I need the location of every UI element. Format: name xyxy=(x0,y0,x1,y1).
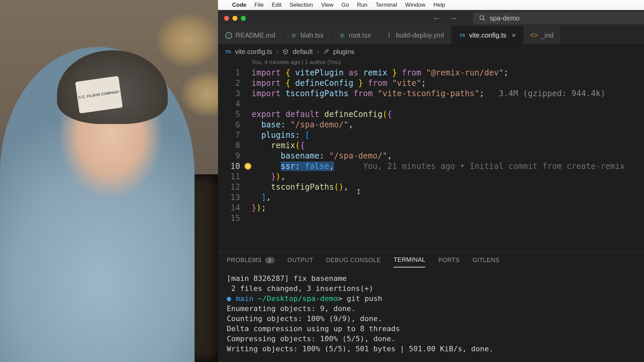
close-window-button[interactable] xyxy=(224,16,229,21)
typescript-icon: TS xyxy=(460,33,465,38)
menubar-app-name[interactable]: Code xyxy=(232,2,247,8)
term-commit: [main 8326287] fix basename xyxy=(227,274,347,283)
problems-badge: 2 xyxy=(265,257,275,263)
nav-back-button[interactable]: ← xyxy=(433,13,441,23)
close-tab-icon[interactable]: × xyxy=(512,32,516,39)
fullscreen-window-button[interactable] xyxy=(241,16,246,21)
chevron-right-icon: › xyxy=(317,48,319,56)
menu-run[interactable]: Run xyxy=(357,2,367,8)
menu-selection[interactable]: Selection xyxy=(289,2,313,8)
module-icon xyxy=(282,49,288,55)
panel-tab-terminal[interactable]: TERMINAL xyxy=(393,256,425,267)
term-out-2: Delta compression using up to 8 threads xyxy=(227,324,400,333)
term-command: git push xyxy=(347,294,382,303)
panel-tab-output[interactable]: OUTPUT xyxy=(287,256,313,267)
exclamation-icon: ! xyxy=(388,31,390,40)
tab-label: vite.config.ts xyxy=(469,32,506,39)
tab-vite-config[interactable]: TS vite.config.ts × xyxy=(451,26,523,45)
react-icon: ⚛ xyxy=(291,32,297,40)
webcam-overlay: C.C. FILSON COMPANY xyxy=(0,0,218,362)
menu-view[interactable]: View xyxy=(321,2,333,8)
tab-label: README.md xyxy=(235,32,275,39)
svg-line-1 xyxy=(483,19,485,21)
lightbulb-icon[interactable] xyxy=(245,163,251,169)
panel-tabbar: PROBLEMS 2 OUTPUT DEBUG CONSOLE TERMINAL… xyxy=(218,252,644,267)
cap-patch: C.C. FILSON COMPANY xyxy=(75,76,123,113)
chevron-right-icon: › xyxy=(276,48,279,56)
traffic-lights xyxy=(224,16,246,21)
nav-forward-button[interactable]: → xyxy=(449,13,458,23)
typescript-icon: TS xyxy=(225,49,231,54)
menu-terminal[interactable]: Terminal xyxy=(376,2,397,8)
tab-build-deploy[interactable]: ! build-deploy.yml xyxy=(378,26,451,45)
panel-tab-debug-console[interactable]: DEBUG CONSOLE xyxy=(326,256,381,267)
gitlens-blame: You, 21 minutes ago • Initial commit fro… xyxy=(363,162,625,171)
menu-edit[interactable]: Edit xyxy=(272,2,281,8)
pkg-vite: vite xyxy=(397,78,417,88)
tab-blah[interactable]: ⚛ blah.tsx xyxy=(283,26,331,45)
search-text: spa-demo xyxy=(490,14,520,22)
panel-tab-label: DEBUG CONSOLE xyxy=(326,257,381,264)
term-path: ~/Desktop/spa-demo xyxy=(258,294,338,303)
basename-value: /spa-demo/ xyxy=(334,151,383,161)
term-out-0: Enumerating objects: 9, done. xyxy=(227,304,356,313)
text-cursor-icon: I xyxy=(357,187,361,194)
panel-tab-label: PORTS xyxy=(438,257,460,264)
breadcrumb-file[interactable]: vite.config.ts xyxy=(235,48,272,56)
react-icon: ⚛ xyxy=(339,32,345,40)
bottom-panel: PROBLEMS 2 OUTPUT DEBUG CONSOLE TERMINAL… xyxy=(218,251,644,362)
breadcrumb-default[interactable]: default xyxy=(292,48,313,56)
term-branch: main xyxy=(236,294,254,303)
term-out-1: Counting objects: 100% (9/9), done. xyxy=(227,314,382,323)
pkg-tsconfig: vite-tsconfig-paths xyxy=(382,89,475,98)
html-icon: <> xyxy=(530,32,538,39)
editor-nav-arrows: ← → xyxy=(433,13,458,23)
code-editor[interactable]: 1import { vitePlugin as remix } from "@r… xyxy=(218,68,644,251)
panel-tab-label: OUTPUT xyxy=(287,257,313,264)
tab-label: build-deploy.yml xyxy=(396,32,444,39)
tab-root[interactable]: ⚛ root.tsx xyxy=(331,26,379,45)
import-size-hint: 3.4M (gzipped: 944.4k) xyxy=(499,89,605,98)
panel-tab-label: TERMINAL xyxy=(393,256,425,263)
breadcrumb[interactable]: TS vite.config.ts › default › plugins xyxy=(218,45,644,58)
panel-tab-label: PROBLEMS xyxy=(227,257,262,264)
terminal[interactable]: [main 8326287] fix basename 2 files chan… xyxy=(218,267,644,362)
panel-tab-label: GITLENS xyxy=(473,257,500,264)
svg-point-0 xyxy=(480,16,484,20)
panel-tab-ports[interactable]: PORTS xyxy=(438,256,460,267)
mac-menubar[interactable]: Code File Edit Selection View Go Run Ter… xyxy=(218,0,644,10)
breadcrumb-plugins[interactable]: plugins xyxy=(333,48,354,56)
ssr-value: false xyxy=(305,162,329,171)
codelens-authors[interactable]: You, 4 minutes ago | 1 author (You) xyxy=(218,58,644,68)
tab-readme[interactable]: i README.md xyxy=(218,26,283,45)
wrench-icon xyxy=(323,49,329,55)
menu-window[interactable]: Window xyxy=(405,2,425,8)
menu-go[interactable]: Go xyxy=(341,2,349,8)
command-center-search[interactable]: spa-demo xyxy=(473,12,644,24)
pkg-remix: @remix-run/dev xyxy=(431,68,499,77)
term-out-3: Compressing objects: 100% (5/5), done. xyxy=(227,335,395,343)
window-titlebar: ← → spa-demo xyxy=(218,10,644,26)
menu-help[interactable]: Help xyxy=(433,2,445,8)
editor-tabbar: i README.md ⚛ blah.tsx ⚛ root.tsx ! buil… xyxy=(218,26,644,45)
tab-index[interactable]: <> _ind xyxy=(523,26,561,45)
term-changed: 2 files changed, 3 insertions(+) xyxy=(227,284,373,293)
minimize-window-button[interactable] xyxy=(232,16,237,21)
menu-file[interactable]: File xyxy=(255,2,264,8)
info-icon: i xyxy=(225,32,232,39)
base-value: /spa-demo/ xyxy=(295,120,344,129)
tab-label: blah.tsx xyxy=(301,32,324,39)
search-icon xyxy=(479,15,486,21)
term-out-4: Writing objects: 100% (5/5), 501 bytes |… xyxy=(227,345,493,353)
panel-tab-problems[interactable]: PROBLEMS 2 xyxy=(227,256,275,267)
tab-label: root.tsx xyxy=(349,32,371,39)
tab-label: _ind xyxy=(541,32,553,39)
vscode-window: Code File Edit Selection View Go Run Ter… xyxy=(218,0,644,362)
panel-tab-gitlens[interactable]: GITLENS xyxy=(473,256,500,267)
